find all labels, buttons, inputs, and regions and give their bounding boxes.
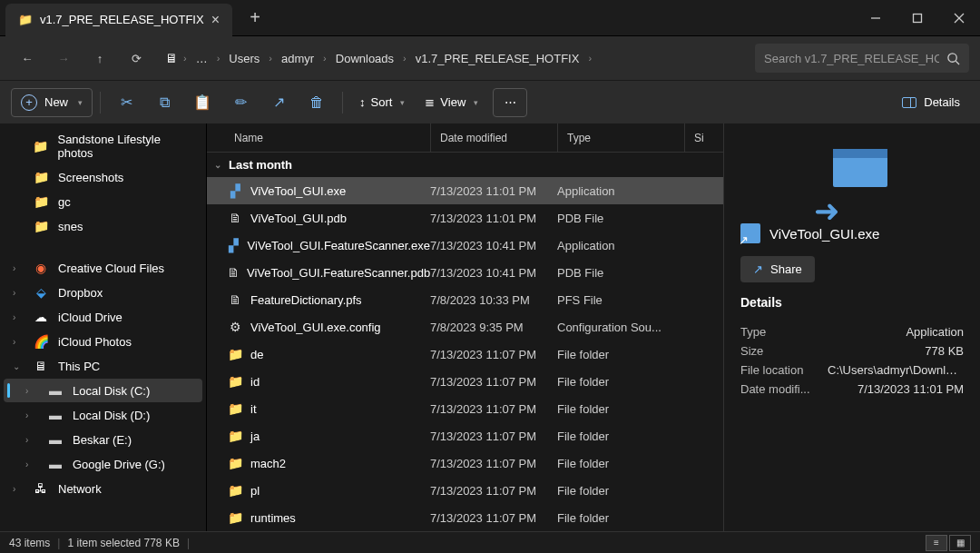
minimize-button[interactable] [855,0,897,36]
details-row: Size778 KB [740,341,964,360]
paste-button[interactable]: 📋 [184,86,220,119]
sidebar-label: This PC [58,360,100,373]
dropbox-icon: ⬙ [33,285,49,300]
file-type: Application [557,239,684,252]
file-row[interactable]: 📁it 7/13/2023 11:07 PM File folder [207,395,723,422]
file-row[interactable]: 📁runtimes 7/13/2023 11:07 PM File folder [207,504,723,531]
status-bar: 43 items | 1 item selected 778 KB | ≡ ▦ [0,531,980,553]
search-icon[interactable] [946,52,960,65]
column-size[interactable]: Si [684,123,720,152]
chevron-down-icon: ▾ [400,98,405,107]
file-name: FeatureDictionary.pfs [250,293,362,307]
chevron-right-icon[interactable]: › [13,312,15,322]
chevron-right-icon[interactable]: › [25,410,28,420]
column-date[interactable]: Date modified [430,123,557,152]
sidebar-item[interactable]: ›◉Creative Cloud Files [4,256,202,280]
details-key: File location [740,363,803,377]
view-button[interactable]: ≣ View ▾ [416,90,487,114]
file-row[interactable]: ⚙ViVeTool_GUI.exe.config 7/8/2023 9:35 P… [207,313,723,341]
chevron-right-icon[interactable]: › [25,435,28,445]
file-type-large-icon [817,149,887,211]
separator [100,92,101,114]
column-type[interactable]: Type [557,123,684,152]
file-row[interactable]: 🗎FeatureDictionary.pfs 7/8/2023 10:33 PM… [207,286,723,313]
cut-button[interactable]: ✂ [108,86,144,119]
breadcrumb-overflow[interactable]: … [191,48,213,69]
forward-button[interactable]: → [47,42,80,74]
sidebar-drive-item[interactable]: ›▬Local Disk (C:) [4,379,202,402]
chevron-right-icon[interactable]: › [25,386,28,396]
file-date: 7/13/2023 11:07 PM [430,375,557,389]
thumbnails-view-button[interactable]: ▦ [949,535,971,551]
folder-icon: 📁 [227,483,243,498]
search-input[interactable] [764,52,939,65]
sidebar-item[interactable]: 📁snes [4,214,202,238]
copy-button[interactable]: ⧉ [146,86,182,119]
chevron-right-icon[interactable]: › [25,459,28,469]
file-row[interactable]: ▞ViVeTool_GUI.exe 7/13/2023 11:01 PM App… [207,177,723,204]
file-row[interactable]: 📁id 7/13/2023 11:07 PM File folder [207,368,723,395]
folder-icon: 📁 [227,347,243,361]
sidebar-drive-item[interactable]: ›▬Local Disk (D:) [4,403,202,427]
column-name[interactable]: Name [207,123,430,152]
config-icon: ⚙ [227,320,243,334]
sidebar-drive-item[interactable]: ›▬Beskar (E:) [4,428,202,451]
chevron-right-icon[interactable]: › [13,337,15,347]
file-type: File folder [557,348,684,361]
details-label: Details [924,95,960,109]
file-row[interactable]: 🗎ViVeTool_GUI.pdb 7/13/2023 11:01 PM PDB… [207,204,723,232]
new-button[interactable]: + New ▾ [11,88,93,117]
breadcrumb-item[interactable]: v1.7_PRE_RELEASE_HOTFIX [410,48,585,69]
file-row[interactable]: 🗎ViVeTool_GUI.FeatureScanner.pdb 7/13/20… [207,259,723,286]
breadcrumb-item[interactable]: Users [223,48,265,69]
maximize-button[interactable] [897,0,938,36]
details-pane-button[interactable]: Details [893,90,969,114]
file-name: ja [250,430,260,443]
close-button[interactable] [938,0,980,36]
breadcrumb-item[interactable]: admyr [276,48,319,69]
folder-icon: 📁 [33,194,49,209]
sidebar-item[interactable]: ›⬙Dropbox [4,281,202,304]
file-row[interactable]: 📁ja 7/13/2023 11:07 PM File folder [207,422,723,449]
file-row[interactable]: ▞ViVeTool_GUI.FeatureScanner.exe 7/13/20… [207,232,723,259]
sidebar-item[interactable]: ›🌈iCloud Photos [4,330,202,353]
back-button[interactable]: ← [11,42,44,74]
folder-icon: 📁 [227,510,243,525]
sidebar-item[interactable]: 📁gc [4,190,202,213]
refresh-button[interactable]: ⟳ [120,42,152,74]
group-header[interactable]: ⌄ Last month [207,153,723,177]
sidebar-item[interactable]: ›☁iCloud Drive [4,305,202,329]
breadcrumb-item[interactable]: Downloads [330,48,399,69]
window-tab[interactable]: 📁 v1.7_PRE_RELEASE_HOTFIX × [5,4,232,36]
details-view-button[interactable]: ≡ [926,535,947,551]
sidebar-label: snes [58,220,83,233]
delete-button[interactable]: 🗑 [299,86,335,119]
sidebar-item[interactable]: 📁Sandstone Lifestyle photos [4,128,202,164]
search-box[interactable] [755,44,969,73]
sidebar-drive-item[interactable]: ›▬Google Drive (G:) [4,452,202,476]
rename-button[interactable]: ✏ [222,86,259,119]
file-row[interactable]: 📁de 7/13/2023 11:07 PM File folder [207,341,723,368]
tab-close-button[interactable]: × [211,12,220,28]
more-button[interactable]: ⋯ [493,88,527,117]
file-name: ViVeTool_GUI.exe.config [250,321,381,334]
new-tab-button[interactable]: + [240,3,270,34]
sidebar-item-network[interactable]: › 🖧 Network [4,477,202,500]
sidebar-item[interactable]: 📁Screenshots [4,165,202,189]
file-list[interactable]: ⌄ Last month ▞ViVeTool_GUI.exe 7/13/2023… [207,153,723,531]
file-date: 7/13/2023 11:07 PM [430,402,557,416]
chevron-right-icon[interactable]: › [13,484,15,494]
up-button[interactable]: ↑ [83,42,116,74]
sort-button[interactable]: ↕ Sort ▾ [350,90,414,114]
chevron-down-icon[interactable]: ⌄ [13,361,20,371]
file-row[interactable]: 📁mach2 7/13/2023 11:07 PM File folder [207,449,723,477]
navigation-sidebar[interactable]: 📁Sandstone Lifestyle photos📁Screenshots📁… [0,123,207,531]
breadcrumb-bar[interactable]: 🖥 › … › Users › admyr › Downloads › v1.7… [163,48,744,69]
chevron-right-icon[interactable]: › [13,288,15,298]
share-button[interactable]: ↗ Share [740,256,815,282]
file-row[interactable]: 📁pl 7/13/2023 11:07 PM File folder [207,477,723,504]
sidebar-item-thispc[interactable]: ⌄ 🖥 This PC [4,354,202,378]
share-button[interactable]: ↗ [260,86,297,119]
monitor-icon: 🖥 [163,51,180,65]
chevron-right-icon[interactable]: › [13,263,15,273]
